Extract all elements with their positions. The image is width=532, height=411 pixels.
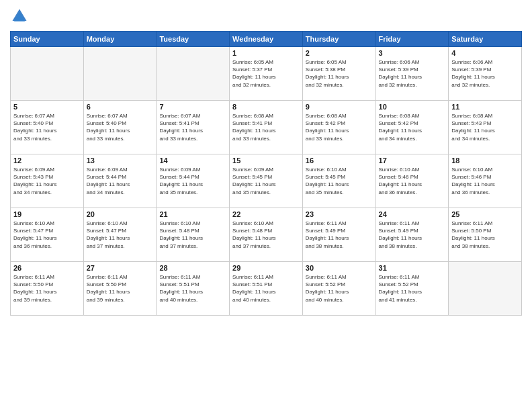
day-info: Sunrise: 6:11 AM Sunset: 5:49 PM Dayligh… <box>379 220 446 250</box>
day-number: 7 <box>159 103 226 111</box>
calendar-cell: 14Sunrise: 6:09 AM Sunset: 5:44 PM Dayli… <box>157 154 230 208</box>
day-info: Sunrise: 6:09 AM Sunset: 5:43 PM Dayligh… <box>13 166 81 196</box>
calendar-cell: 31Sunrise: 6:11 AM Sunset: 5:52 PM Dayli… <box>375 262 449 316</box>
calendar-cell: 25Sunrise: 6:11 AM Sunset: 5:50 PM Dayli… <box>449 208 522 262</box>
day-info: Sunrise: 6:10 AM Sunset: 5:48 PM Dayligh… <box>232 220 300 250</box>
calendar-cell: 29Sunrise: 6:11 AM Sunset: 5:51 PM Dayli… <box>230 262 303 316</box>
calendar-cell: 28Sunrise: 6:11 AM Sunset: 5:51 PM Dayli… <box>157 262 230 316</box>
day-number: 23 <box>306 210 373 218</box>
day-info: Sunrise: 6:07 AM Sunset: 5:40 PM Dayligh… <box>87 112 154 142</box>
calendar-cell: 10Sunrise: 6:08 AM Sunset: 5:42 PM Dayli… <box>375 101 449 154</box>
calendar-cell: 7Sunrise: 6:07 AM Sunset: 5:41 PM Daylig… <box>157 101 230 154</box>
calendar-cell: 6Sunrise: 6:07 AM Sunset: 5:40 PM Daylig… <box>83 101 157 154</box>
day-number: 9 <box>306 103 373 111</box>
calendar-cell: 3Sunrise: 6:06 AM Sunset: 5:39 PM Daylig… <box>375 47 449 101</box>
day-number: 24 <box>379 210 446 218</box>
calendar-cell: 1Sunrise: 6:05 AM Sunset: 5:37 PM Daylig… <box>230 47 303 101</box>
day-number: 4 <box>451 49 519 57</box>
weekday-header: Friday <box>375 32 449 47</box>
calendar-header: SundayMondayTuesdayWednesdayThursdayFrid… <box>11 32 522 47</box>
calendar-cell <box>83 47 157 101</box>
day-number: 26 <box>13 264 81 272</box>
day-number: 20 <box>87 210 154 218</box>
calendar-cell: 20Sunrise: 6:10 AM Sunset: 5:47 PM Dayli… <box>83 208 157 262</box>
day-number: 21 <box>159 210 226 218</box>
calendar-cell: 13Sunrise: 6:09 AM Sunset: 5:44 PM Dayli… <box>83 154 157 208</box>
calendar-cell: 4Sunrise: 6:06 AM Sunset: 5:39 PM Daylig… <box>449 47 522 101</box>
day-info: Sunrise: 6:11 AM Sunset: 5:52 PM Dayligh… <box>306 273 373 304</box>
page: SundayMondayTuesdayWednesdayThursdayFrid… <box>0 0 532 411</box>
calendar-cell: 30Sunrise: 6:11 AM Sunset: 5:52 PM Dayli… <box>302 262 375 316</box>
calendar-week: 1Sunrise: 6:05 AM Sunset: 5:37 PM Daylig… <box>11 47 522 101</box>
weekday-header: Saturday <box>449 32 522 47</box>
day-info: Sunrise: 6:10 AM Sunset: 5:45 PM Dayligh… <box>306 166 373 196</box>
day-info: Sunrise: 6:08 AM Sunset: 5:42 PM Dayligh… <box>379 112 446 142</box>
calendar: SundayMondayTuesdayWednesdayThursdayFrid… <box>10 31 522 316</box>
day-info: Sunrise: 6:10 AM Sunset: 5:46 PM Dayligh… <box>379 166 446 196</box>
calendar-cell: 21Sunrise: 6:10 AM Sunset: 5:48 PM Dayli… <box>157 208 230 262</box>
calendar-week: 12Sunrise: 6:09 AM Sunset: 5:43 PM Dayli… <box>11 154 522 208</box>
day-info: Sunrise: 6:08 AM Sunset: 5:41 PM Dayligh… <box>232 112 300 142</box>
day-info: Sunrise: 6:11 AM Sunset: 5:49 PM Dayligh… <box>306 220 373 250</box>
calendar-cell: 9Sunrise: 6:08 AM Sunset: 5:42 PM Daylig… <box>302 101 375 154</box>
day-info: Sunrise: 6:08 AM Sunset: 5:43 PM Dayligh… <box>451 112 519 142</box>
day-number: 5 <box>13 103 81 111</box>
day-number: 1 <box>232 49 300 57</box>
day-number: 31 <box>379 264 446 272</box>
calendar-cell: 17Sunrise: 6:10 AM Sunset: 5:46 PM Dayli… <box>375 154 449 208</box>
day-info: Sunrise: 6:05 AM Sunset: 5:38 PM Dayligh… <box>306 58 373 89</box>
day-number: 30 <box>306 264 373 272</box>
day-number: 25 <box>451 210 519 218</box>
day-number: 14 <box>159 156 226 165</box>
calendar-cell: 22Sunrise: 6:10 AM Sunset: 5:48 PM Dayli… <box>230 208 303 262</box>
day-number: 13 <box>87 156 154 165</box>
weekday-header: Wednesday <box>230 32 303 47</box>
weekday-header: Thursday <box>302 32 375 47</box>
day-number: 19 <box>13 210 81 218</box>
day-info: Sunrise: 6:11 AM Sunset: 5:50 PM Dayligh… <box>87 273 154 304</box>
day-info: Sunrise: 6:11 AM Sunset: 5:51 PM Dayligh… <box>159 273 226 304</box>
weekday-header: Monday <box>83 32 157 47</box>
calendar-body: 1Sunrise: 6:05 AM Sunset: 5:37 PM Daylig… <box>11 47 522 316</box>
weekday-header: Sunday <box>11 32 84 47</box>
calendar-week: 19Sunrise: 6:10 AM Sunset: 5:47 PM Dayli… <box>11 208 522 262</box>
day-info: Sunrise: 6:05 AM Sunset: 5:37 PM Dayligh… <box>232 58 300 89</box>
day-number: 18 <box>451 156 519 165</box>
weekday-header: Tuesday <box>157 32 230 47</box>
day-number: 11 <box>451 103 519 111</box>
day-info: Sunrise: 6:07 AM Sunset: 5:41 PM Dayligh… <box>159 112 226 142</box>
calendar-cell: 27Sunrise: 6:11 AM Sunset: 5:50 PM Dayli… <box>83 262 157 316</box>
calendar-cell: 24Sunrise: 6:11 AM Sunset: 5:49 PM Dayli… <box>375 208 449 262</box>
day-info: Sunrise: 6:10 AM Sunset: 5:47 PM Dayligh… <box>87 220 154 250</box>
day-number: 10 <box>379 103 446 111</box>
day-number: 16 <box>306 156 373 165</box>
header <box>10 7 522 26</box>
day-info: Sunrise: 6:11 AM Sunset: 5:51 PM Dayligh… <box>232 273 300 304</box>
day-info: Sunrise: 6:09 AM Sunset: 5:44 PM Dayligh… <box>87 166 154 196</box>
day-info: Sunrise: 6:10 AM Sunset: 5:47 PM Dayligh… <box>13 220 81 250</box>
day-info: Sunrise: 6:08 AM Sunset: 5:42 PM Dayligh… <box>306 112 373 142</box>
logo-icon <box>10 7 29 26</box>
day-number: 8 <box>232 103 300 111</box>
day-info: Sunrise: 6:06 AM Sunset: 5:39 PM Dayligh… <box>379 58 446 89</box>
calendar-cell: 23Sunrise: 6:11 AM Sunset: 5:49 PM Dayli… <box>302 208 375 262</box>
day-info: Sunrise: 6:10 AM Sunset: 5:46 PM Dayligh… <box>451 166 519 196</box>
day-number: 29 <box>232 264 300 272</box>
day-number: 12 <box>13 156 81 165</box>
calendar-cell: 2Sunrise: 6:05 AM Sunset: 5:38 PM Daylig… <box>302 47 375 101</box>
calendar-cell <box>157 47 230 101</box>
calendar-cell <box>11 47 84 101</box>
day-info: Sunrise: 6:11 AM Sunset: 5:50 PM Dayligh… <box>451 220 519 250</box>
day-number: 28 <box>159 264 226 272</box>
day-info: Sunrise: 6:06 AM Sunset: 5:39 PM Dayligh… <box>451 58 519 89</box>
day-number: 17 <box>379 156 446 165</box>
calendar-week: 5Sunrise: 6:07 AM Sunset: 5:40 PM Daylig… <box>11 101 522 154</box>
calendar-cell: 12Sunrise: 6:09 AM Sunset: 5:43 PM Dayli… <box>11 154 84 208</box>
day-number: 22 <box>232 210 300 218</box>
calendar-cell: 8Sunrise: 6:08 AM Sunset: 5:41 PM Daylig… <box>230 101 303 154</box>
calendar-cell: 5Sunrise: 6:07 AM Sunset: 5:40 PM Daylig… <box>11 101 84 154</box>
day-info: Sunrise: 6:09 AM Sunset: 5:45 PM Dayligh… <box>232 166 300 196</box>
calendar-week: 26Sunrise: 6:11 AM Sunset: 5:50 PM Dayli… <box>11 262 522 316</box>
calendar-cell: 11Sunrise: 6:08 AM Sunset: 5:43 PM Dayli… <box>449 101 522 154</box>
day-info: Sunrise: 6:09 AM Sunset: 5:44 PM Dayligh… <box>159 166 226 196</box>
